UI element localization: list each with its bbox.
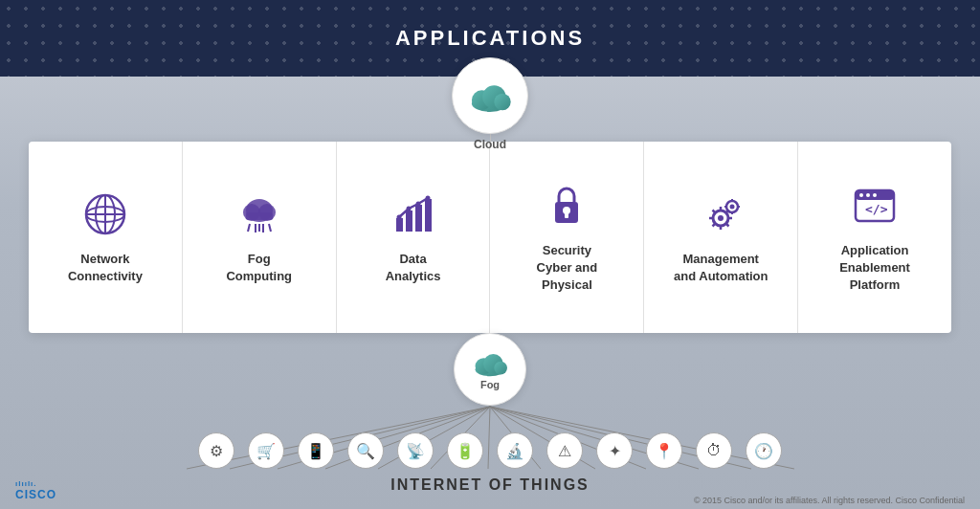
svg-rect-20 (415, 205, 422, 232)
svg-point-49 (866, 193, 870, 197)
svg-point-30 (718, 215, 724, 221)
fog-area: Fog ⚙ 🛒 📱 🔍 📡 🔋 🔬 ⚠ ✦ 📍 ⏱ 🕐 INTERNET OF … (0, 325, 980, 509)
analytics-label: DataAnalytics (386, 251, 441, 285)
svg-line-13 (248, 224, 250, 232)
code-icon: </> (850, 181, 900, 231)
svg-point-24 (415, 201, 420, 206)
svg-point-3 (494, 94, 510, 110)
svg-line-16 (269, 224, 271, 232)
iot-icon-star: ✦ (596, 432, 633, 469)
svg-line-35 (713, 210, 716, 212)
cloud-node: Cloud (452, 57, 528, 151)
network-icon (80, 189, 130, 239)
network-label: NetworkConnectivity (68, 251, 143, 285)
iot-icon-location: 📍 (646, 432, 682, 469)
iot-title: INTERNET OF THINGS (390, 476, 590, 494)
fog-label: FogComputing (226, 251, 292, 285)
applications-title: APPLICATIONS (395, 26, 585, 51)
card-security: SecurityCyber andPhysical (490, 142, 644, 333)
svg-point-48 (859, 193, 863, 197)
copyright-text: © 2015 Cisco and/or its affiliates. All … (694, 496, 965, 505)
security-label: SecurityCyber andPhysical (537, 242, 598, 295)
fog-icon (234, 189, 284, 239)
svg-line-38 (713, 224, 716, 227)
svg-point-23 (406, 206, 411, 210)
cloud-label: Cloud (474, 138, 506, 151)
svg-rect-12 (246, 212, 273, 220)
iot-icon-gauge: 🕐 (746, 432, 782, 469)
management-label: Managementand Automation (674, 251, 768, 285)
iot-icon-mobile: 📱 (298, 432, 334, 469)
iot-icon-search: 🔍 (347, 432, 384, 469)
svg-point-40 (730, 204, 735, 209)
main-card: NetworkConnectivity FogComputing (29, 142, 951, 333)
iot-icon-warn: ⚠ (546, 432, 583, 469)
iot-icon-timer: ⏱ (696, 432, 732, 469)
card-data-analytics: DataAnalytics (337, 142, 491, 333)
iot-icon-bio: 🔬 (497, 432, 533, 469)
card-management: Managementand Automation (644, 142, 798, 333)
svg-rect-19 (406, 210, 412, 232)
card-app-enablement: </> ApplicationEnablementPlatform (798, 142, 951, 333)
svg-point-67 (494, 362, 507, 375)
svg-point-22 (396, 214, 401, 219)
cloud-circle (452, 57, 528, 134)
iot-icon-battery: 🔋 (447, 432, 483, 469)
card-network-connectivity: NetworkConnectivity (29, 142, 183, 333)
management-icon (696, 189, 746, 239)
fog-circle: Fog (454, 333, 526, 406)
svg-rect-18 (396, 218, 403, 232)
svg-text:</>: </> (865, 202, 888, 216)
svg-line-36 (726, 224, 729, 227)
svg-rect-21 (425, 199, 432, 232)
iot-icon-signal: 📡 (397, 432, 434, 469)
analytics-icon (389, 189, 438, 239)
iot-icons-row: ⚙ 🛒 📱 🔍 📡 🔋 🔬 ⚠ ✦ 📍 ⏱ 🕐 (198, 432, 782, 469)
cisco-logo: ılıılı. CISCO (15, 479, 56, 501)
svg-point-50 (873, 193, 877, 197)
iot-icon-cart: 🛒 (248, 432, 284, 469)
card-fog-computing: FogComputing (183, 142, 337, 333)
iot-icon-robot: ⚙ (198, 432, 234, 469)
svg-point-25 (425, 195, 430, 200)
security-icon (542, 181, 591, 231)
svg-rect-28 (565, 212, 568, 218)
app-enablement-label: ApplicationEnablementPlatform (839, 242, 910, 295)
fog-node-label: Fog (480, 379, 500, 390)
